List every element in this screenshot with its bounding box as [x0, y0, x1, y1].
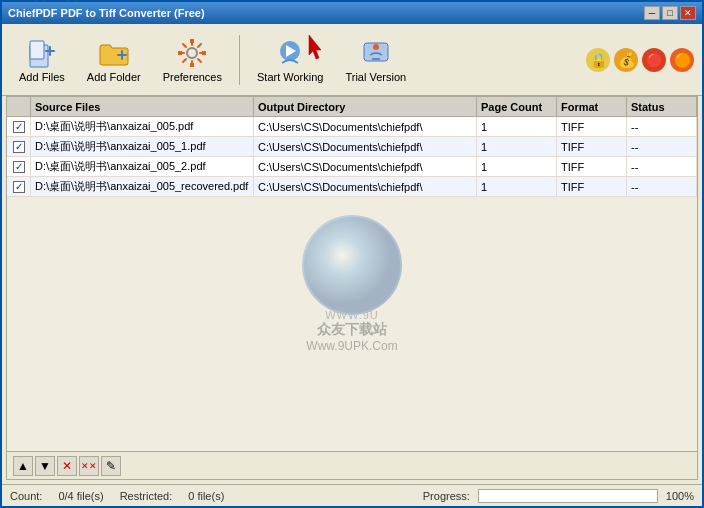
svg-rect-1	[30, 41, 44, 59]
row4-status: --	[627, 177, 697, 196]
trial-version-icon	[360, 37, 392, 69]
trial-version-button[interactable]: Trial Version	[336, 30, 415, 90]
th-status: Status	[627, 97, 697, 116]
window-title: ChiefPDF PDF to Tiff Converter (Free)	[8, 7, 205, 19]
watermark-line3: Www.9UPK.Com	[306, 339, 397, 353]
count-label: Count:	[10, 490, 42, 502]
row4-output: C:\Users\CS\Documents\chiefpdf\	[254, 177, 477, 196]
watermark-circle	[302, 215, 402, 315]
toolbar: Add Files Add Folder	[2, 24, 702, 96]
table-header: Source Files Output Directory Page Count…	[7, 97, 697, 117]
dollar-button[interactable]: 💰	[614, 48, 638, 72]
row2-page-count: 1	[477, 137, 557, 156]
close-button[interactable]: ✕	[680, 6, 696, 20]
restricted-value: 0 file(s)	[188, 490, 224, 502]
watermark-line1: WWW.9U	[306, 309, 397, 321]
checkbox-2[interactable]	[13, 141, 25, 153]
remove-button[interactable]: ✕	[57, 456, 77, 476]
row1-page-count: 1	[477, 117, 557, 136]
th-format: Format	[557, 97, 627, 116]
checkbox-4[interactable]	[13, 181, 25, 193]
move-down-button[interactable]: ▼	[35, 456, 55, 476]
row1-output: C:\Users\CS\Documents\chiefpdf\	[254, 117, 477, 136]
row3-status: --	[627, 157, 697, 176]
row1-source: D:\桌面\说明书\anxaizai_005.pdf	[31, 117, 254, 136]
checkbox-3[interactable]	[13, 161, 25, 173]
row1-format: TIFF	[557, 117, 627, 136]
row3-check[interactable]	[7, 157, 31, 176]
row2-format: TIFF	[557, 137, 627, 156]
table-body: D:\桌面\说明书\anxaizai_005.pdf C:\Users\CS\D…	[7, 117, 697, 451]
row2-output: C:\Users\CS\Documents\chiefpdf\	[254, 137, 477, 156]
restore-button[interactable]: □	[662, 6, 678, 20]
lock-button[interactable]: 🔒	[586, 48, 610, 72]
preferences-button[interactable]: Preferences	[154, 30, 231, 90]
svg-marker-4	[309, 35, 321, 59]
table-row: D:\桌面\说明书\anxaizai_005_2.pdf C:\Users\CS…	[7, 157, 697, 177]
th-output: Output Directory	[254, 97, 477, 116]
preferences-label: Preferences	[163, 71, 222, 83]
progress-label: Progress:	[423, 490, 470, 502]
table-row: D:\桌面\说明书\anxaizai_005_recovered.pdf C:\…	[7, 177, 697, 197]
add-folder-button[interactable]: Add Folder	[78, 30, 150, 90]
add-folder-icon	[98, 37, 130, 69]
row3-output: C:\Users\CS\Documents\chiefpdf\	[254, 157, 477, 176]
help-button[interactable]: 🟠	[670, 48, 694, 72]
start-working-button[interactable]: Start Working	[248, 30, 332, 90]
watermark: WWW.9U 众友下载站 Www.9UPK.Com	[302, 215, 402, 353]
add-folder-label: Add Folder	[87, 71, 141, 83]
toolbar-right-buttons: 🔒 💰 🔴 🟠	[586, 48, 694, 72]
start-working-icon	[274, 37, 306, 69]
start-working-label: Start Working	[257, 71, 323, 83]
main-window: ChiefPDF PDF to Tiff Converter (Free) ─ …	[0, 0, 704, 508]
row4-check[interactable]	[7, 177, 31, 196]
checkbox-1[interactable]	[13, 121, 25, 133]
th-source: Source Files	[31, 97, 254, 116]
add-files-label: Add Files	[19, 71, 65, 83]
progress-percent: 100%	[666, 490, 694, 502]
progress-bar	[478, 489, 658, 503]
remove-all-button[interactable]: ✕✕	[79, 456, 99, 476]
move-up-button[interactable]: ▲	[13, 456, 33, 476]
row4-format: TIFF	[557, 177, 627, 196]
svg-point-6	[373, 44, 379, 50]
row3-source: D:\桌面\说明书\anxaizai_005_2.pdf	[31, 157, 254, 176]
svg-point-7	[304, 217, 400, 313]
th-check	[7, 97, 31, 116]
trial-version-label: Trial Version	[345, 71, 406, 83]
row4-source: D:\桌面\说明书\anxaizai_005_recovered.pdf	[31, 177, 254, 196]
row2-source: D:\桌面\说明书\anxaizai_005_1.pdf	[31, 137, 254, 156]
status-bar: Count: 0/4 file(s) Restricted: 0 file(s)…	[2, 484, 702, 506]
title-bar-buttons: ─ □ ✕	[644, 6, 696, 20]
toolbar-separator	[239, 35, 240, 85]
table-row: D:\桌面\说明书\anxaizai_005.pdf C:\Users\CS\D…	[7, 117, 697, 137]
row2-status: --	[627, 137, 697, 156]
row1-status: --	[627, 117, 697, 136]
info-button[interactable]: 🔴	[642, 48, 666, 72]
preferences-icon	[176, 37, 208, 69]
row3-format: TIFF	[557, 157, 627, 176]
row2-check[interactable]	[7, 137, 31, 156]
content-area: Source Files Output Directory Page Count…	[6, 96, 698, 480]
file-action-toolbar: ▲ ▼ ✕ ✕✕ ✎	[7, 451, 697, 479]
add-files-button[interactable]: Add Files	[10, 30, 74, 90]
minimize-button[interactable]: ─	[644, 6, 660, 20]
restricted-label: Restricted:	[120, 490, 173, 502]
count-value: 0/4 file(s)	[58, 490, 103, 502]
add-files-icon	[26, 37, 58, 69]
svg-point-2	[187, 48, 197, 58]
table-row: D:\桌面\说明书\anxaizai_005_1.pdf C:\Users\CS…	[7, 137, 697, 157]
row4-page-count: 1	[477, 177, 557, 196]
watermark-line2: 众友下载站	[306, 321, 397, 339]
title-bar: ChiefPDF PDF to Tiff Converter (Free) ─ …	[2, 2, 702, 24]
edit-button[interactable]: ✎	[101, 456, 121, 476]
row3-page-count: 1	[477, 157, 557, 176]
th-page-count: Page Count	[477, 97, 557, 116]
row1-check[interactable]	[7, 117, 31, 136]
progress-area: Progress: 100%	[423, 489, 694, 503]
